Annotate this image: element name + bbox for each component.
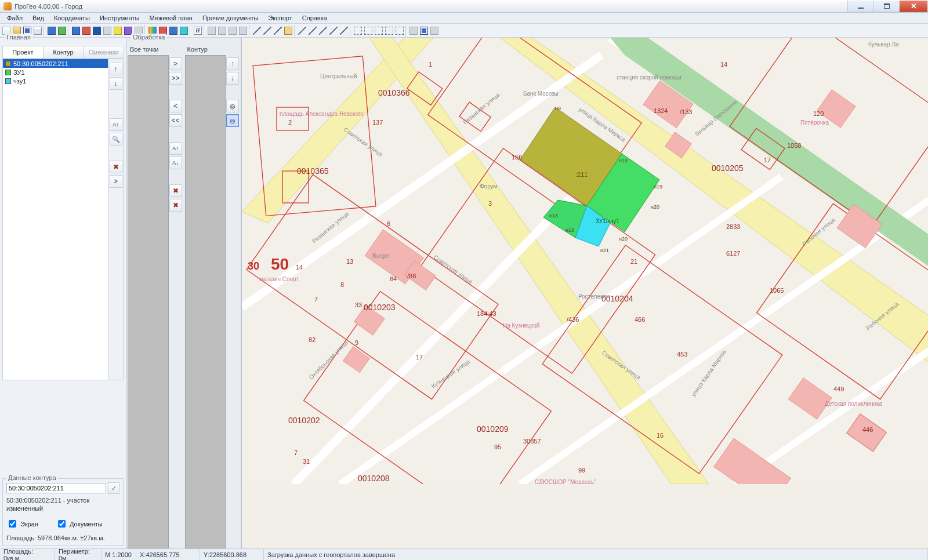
tb-m1[interactable] <box>206 26 217 36</box>
tb-line2[interactable] <box>262 26 273 36</box>
menu-bar: Файл Вид Координаты Инструменты Межевой … <box>0 13 928 24</box>
target-icon: ◎ <box>230 103 235 110</box>
tab-project[interactable]: Проект <box>2 46 44 58</box>
remove-all-button[interactable]: << <box>169 114 182 127</box>
menu-other[interactable]: Прочие документы <box>198 13 263 23</box>
tb-measure[interactable] <box>283 26 293 36</box>
tb-g3[interactable] <box>374 26 384 36</box>
find-button[interactable]: 🔍 <box>110 133 122 146</box>
svg-text:Пятёрочка: Пятёрочка <box>800 119 829 126</box>
tb-g2[interactable] <box>363 26 374 36</box>
checkbox-ekran-input[interactable] <box>9 520 16 528</box>
tb-t3[interactable] <box>429 26 440 36</box>
add-button[interactable]: > <box>169 57 182 70</box>
menu-tools[interactable]: Инструменты <box>95 13 144 23</box>
svg-text:6: 6 <box>387 220 390 227</box>
move-down-button[interactable]: ↓ <box>110 77 122 90</box>
menu-coords[interactable]: Координаты <box>49 13 95 23</box>
tb-g1[interactable] <box>353 26 363 36</box>
add-all-button[interactable]: >> <box>169 72 182 85</box>
menu-file[interactable]: Файл <box>2 13 27 23</box>
tb-g4[interactable] <box>384 26 394 36</box>
move-up-button[interactable]: ↑ <box>110 63 122 75</box>
panel-main-title: Главная <box>5 34 32 41</box>
list-item[interactable]: чзу1 <box>3 77 108 85</box>
tb-layer2[interactable] <box>81 26 92 36</box>
tb-poly2[interactable] <box>168 26 179 36</box>
tab-contour[interactable]: Контур <box>43 46 84 58</box>
titlebar: ПроГео 4.00.00 - Город ✕ <box>0 0 928 13</box>
color-swatch-icon <box>5 78 11 84</box>
contour-id-input[interactable] <box>6 483 106 493</box>
tab-smezh[interactable]: Смежники <box>83 46 124 58</box>
tb-m3[interactable] <box>227 26 238 36</box>
window-minimize[interactable] <box>847 1 874 12</box>
tb-line1[interactable] <box>252 26 262 36</box>
tb-x5[interactable] <box>339 26 349 36</box>
tb-t1[interactable] <box>408 26 419 36</box>
clear1-button[interactable]: ✖ <box>110 161 122 173</box>
col-contour: Контур <box>185 46 240 55</box>
binoculars-icon: 🔍 <box>112 136 120 143</box>
tb-export[interactable] <box>57 26 67 36</box>
contour-down-button[interactable]: ↓ <box>226 72 239 85</box>
list-item[interactable]: ЗУ1 <box>3 68 108 77</box>
tb-layer5[interactable] <box>113 26 123 36</box>
menu-export[interactable]: Экспорт <box>263 13 296 23</box>
list-item-label: ЗУ1 <box>13 69 25 76</box>
object-list[interactable]: 50:30:0050202:211 ЗУ1 чзу1 <box>3 59 108 380</box>
sort-desc2-button[interactable]: А↓ <box>169 157 182 169</box>
tb-line3[interactable] <box>273 26 283 36</box>
tb-t2[interactable] <box>419 26 429 36</box>
svg-text:8: 8 <box>340 281 344 288</box>
window-close[interactable]: ✕ <box>900 1 927 12</box>
expand-button[interactable]: > <box>110 175 122 188</box>
checkbox-docs-input[interactable] <box>58 520 66 528</box>
tb-poly3[interactable] <box>179 26 189 36</box>
tb-x3[interactable] <box>318 26 328 36</box>
window-maximize[interactable] <box>873 1 900 12</box>
remove-button[interactable]: < <box>169 100 182 112</box>
tb-m2[interactable] <box>217 26 227 36</box>
map-canvas[interactable]: н9 н19 н19 н20 н20 н21 н18 н18 :211 ЗУ1/… <box>241 38 928 548</box>
contour-points-list[interactable] <box>185 55 226 548</box>
tb-g5[interactable] <box>394 26 405 36</box>
menu-view[interactable]: Вид <box>28 13 49 23</box>
all-points-list[interactable] <box>128 55 169 548</box>
arrow-up-icon: ↑ <box>231 60 234 67</box>
rotate-ccw-button[interactable]: ◎ <box>226 114 239 127</box>
sort-asc2-button[interactable]: А↑ <box>169 142 182 155</box>
tb-x4[interactable] <box>328 26 339 36</box>
del2-button[interactable]: ✖ <box>169 199 182 212</box>
tb-layer1[interactable] <box>71 26 81 36</box>
tb-x2[interactable] <box>307 26 318 36</box>
menu-help[interactable]: Справка <box>298 13 332 23</box>
checkbox-ekran[interactable]: Экран <box>6 518 38 529</box>
status-area: Площадь: 0кв.м. <box>0 549 55 560</box>
list-item[interactable]: 50:30:0050202:211 <box>3 59 108 68</box>
tb-style-H[interactable]: H <box>193 26 203 36</box>
svg-text:17: 17 <box>764 157 771 163</box>
del1-button[interactable]: ✖ <box>169 184 182 197</box>
tb-x1[interactable] <box>297 26 307 36</box>
svg-text:н18: н18 <box>566 227 574 233</box>
apply-button[interactable]: ✓ <box>108 482 119 494</box>
svg-text:Burger: Burger <box>372 253 390 259</box>
tb-m4[interactable] <box>238 26 248 36</box>
arrow-down-icon: ↓ <box>114 80 118 87</box>
rotate-cw-button[interactable]: ◎ <box>226 100 239 112</box>
tb-layer4[interactable] <box>102 26 113 36</box>
svg-text:50: 50 <box>271 255 289 273</box>
tb-print[interactable] <box>32 26 43 36</box>
sort-asc-button[interactable]: А↑ <box>110 118 122 131</box>
contour-up-button[interactable]: ↑ <box>226 57 239 70</box>
svg-text:0010205: 0010205 <box>712 163 744 173</box>
svg-text:н19: н19 <box>654 184 662 190</box>
dbl-arrow-left-icon: << <box>171 117 179 124</box>
tb-layer3[interactable] <box>92 26 102 36</box>
svg-text:14: 14 <box>720 61 727 68</box>
svg-text:9: 9 <box>355 339 358 346</box>
menu-mezh[interactable]: Межевой план <box>145 13 197 23</box>
tb-import[interactable] <box>46 26 57 36</box>
checkbox-docs[interactable]: Документы <box>56 518 103 529</box>
